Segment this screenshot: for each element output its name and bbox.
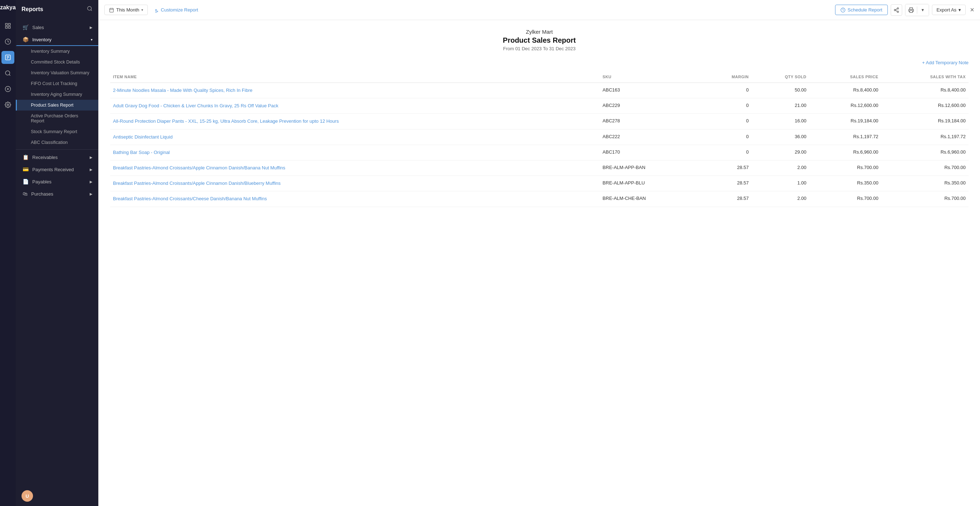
sidebar-sub-fifo-cost[interactable]: FIFO Cost Lot Tracking [16,78,98,89]
rail-icon-add[interactable] [2,83,14,96]
cell-qty-sold: 21.00 [751,98,809,114]
report-name: Product Sales Report [110,36,969,45]
sidebar-sub-product-sales[interactable]: Product Sales Report [16,100,98,110]
sidebar-sub-active-po[interactable]: Active Purchase Orders Report [16,110,98,126]
sidebar-sub-inventory-summary[interactable]: Inventory Summary [16,46,98,57]
cell-qty-sold: 29.00 [751,145,809,160]
cell-margin: 28.57 [703,176,752,191]
customize-report-button[interactable]: Customize Report [151,5,201,15]
sidebar-item-payables-label: Payables [32,179,86,184]
sidebar-item-sales-label: Sales [32,25,86,30]
rail-icon-settings[interactable] [2,98,14,111]
cell-sales-price: Rs.700.00 [809,160,881,176]
svg-line-26 [895,10,897,11]
customize-label: Customize Report [161,7,198,13]
sidebar-sub-inv-aging[interactable]: Inventory Aging Summary [16,89,98,100]
svg-line-10 [9,74,10,75]
rail-icon-sales[interactable] [2,35,14,48]
schedule-report-button[interactable]: Schedule Report [835,5,888,15]
sales-icon: 🛒 [22,24,29,30]
cell-sales-with-tax: Rs.1,197.72 [881,129,969,145]
print-button[interactable] [905,4,917,16]
sidebar-item-sales[interactable]: 🛒 Sales ▶ [16,21,98,34]
item-name-link[interactable]: All-Round Protection Diaper Pants - XXL,… [113,118,339,124]
payments-icon: 💳 [22,166,29,172]
sidebar-search-icon[interactable] [87,6,92,13]
sidebar-item-purchases-label: Purchases [31,191,86,197]
item-name-link[interactable]: Antiseptic Disinfectant Liquid [113,134,173,140]
sidebar-sub-abc-class[interactable]: ABC Classification [16,137,98,148]
cell-sales-with-tax: Rs.8,400.00 [881,83,969,98]
receivables-icon: 📋 [22,154,29,160]
col-qty-sold: QTY SOLD [751,71,809,83]
app-logo: zakya [0,4,16,11]
rail-icon-search[interactable] [2,67,14,80]
cell-sales-with-tax: Rs.12,600.00 [881,98,969,114]
item-name-link[interactable]: Breakfast Pastries-Almond Croissants/Che… [113,196,267,201]
report-company: Zylker Mart [110,29,969,35]
payments-arrow-icon: ▶ [90,168,92,172]
print-button-group: ▾ [905,4,929,16]
report-date-range: From 01 Dec 2023 To 31 Dec 2023 [110,46,969,51]
sidebar-sub-stock-summary[interactable]: Stock Summary Report [16,126,98,137]
toolbar-right: Schedule Report ▾ Export As ▾ × [835,4,974,16]
item-name-link[interactable]: Breakfast Pastries-Almond Croissants/App… [113,165,285,171]
table-row: Antiseptic Disinfectant Liquid ABC222 0 … [110,129,969,145]
cell-item-name: Breakfast Pastries-Almond Croissants/App… [110,176,600,191]
sidebar-item-receivables-label: Receivables [32,155,86,160]
report-header: Zylker Mart Product Sales Report From 01… [110,29,969,51]
cell-sku: ABC222 [600,129,703,145]
add-note-button[interactable]: + Add Temporary Note [110,60,969,65]
cell-item-name: 2-Minute Noodles Masala - Made With Qual… [110,83,600,98]
col-sales-with-tax: SALES WITH TAX [881,71,969,83]
share-button[interactable] [891,4,902,16]
svg-rect-2 [5,27,7,28]
table-row: 2-Minute Noodles Masala - Made With Qual… [110,83,969,98]
item-name-link[interactable]: Adult Gravy Dog Food - Chicken & Liver C… [113,103,278,109]
share-icon [894,7,899,13]
cell-sales-price: Rs.8,400.00 [809,83,881,98]
date-picker-button[interactable]: This Month ▾ [104,5,148,15]
cell-sales-price: Rs.1,197.72 [809,129,881,145]
date-label: This Month [116,7,139,13]
svg-point-23 [897,8,899,9]
col-sku: SKU [600,71,703,83]
sidebar-item-inventory[interactable]: 📦 Inventory ▾ [16,34,98,46]
cell-sku: ABC229 [600,98,703,114]
item-name-link[interactable]: Bathing Bar Soap - Original [113,150,170,155]
sidebar-item-purchases[interactable]: 🛍 Purchases ▶ [16,188,98,200]
inventory-icon: 📦 [22,37,29,42]
sidebar-nav-section: 🛒 Sales ▶ 📦 Inventory ▾ Inventory Summar… [16,18,98,203]
sidebar-item-inventory-label: Inventory [32,37,87,42]
toolbar-left: This Month ▾ Customize Report [104,5,831,15]
table-row: All-Round Protection Diaper Pants - XXL,… [110,114,969,129]
print-dropdown-button[interactable]: ▾ [917,4,929,16]
col-sales-price: SALES PRICE [809,71,881,83]
customize-icon [154,8,159,13]
main-content: This Month ▾ Customize Report Schedule R… [98,0,980,506]
sidebar-sub-inv-valuation[interactable]: Inventory Valuation Summary [16,67,98,78]
user-avatar[interactable]: U [22,490,33,502]
item-name-link[interactable]: Breakfast Pastries-Almond Croissants/App… [113,180,280,186]
icon-rail: zakya [0,0,16,506]
svg-rect-28 [910,10,913,12]
sidebar-item-payables[interactable]: 📄 Payables ▶ [16,176,98,188]
item-name-link[interactable]: 2-Minute Noodles Masala - Made With Qual… [113,88,253,93]
purchases-icon: 🛍 [22,191,28,197]
rail-icon-reports[interactable] [2,51,14,64]
sidebar-item-receivables[interactable]: 📋 Receivables ▶ [16,151,98,163]
svg-rect-0 [5,23,7,25]
cell-qty-sold: 16.00 [751,114,809,129]
rail-icon-dashboard[interactable] [2,19,14,32]
sidebar-item-payments[interactable]: 💳 Payments Received ▶ [16,163,98,176]
cell-item-name: Antiseptic Disinfectant Liquid [110,129,600,145]
sidebar-item-payments-label: Payments Received [32,167,86,172]
cell-qty-sold: 1.00 [751,176,809,191]
svg-rect-3 [9,27,10,28]
cell-sales-price: Rs.12,600.00 [809,98,881,114]
svg-line-16 [91,10,92,11]
sidebar-sub-committed-stock[interactable]: Committed Stock Details [16,57,98,67]
export-button[interactable]: Export As ▾ [932,5,966,15]
schedule-label: Schedule Report [848,7,883,13]
close-button[interactable]: × [970,6,974,14]
